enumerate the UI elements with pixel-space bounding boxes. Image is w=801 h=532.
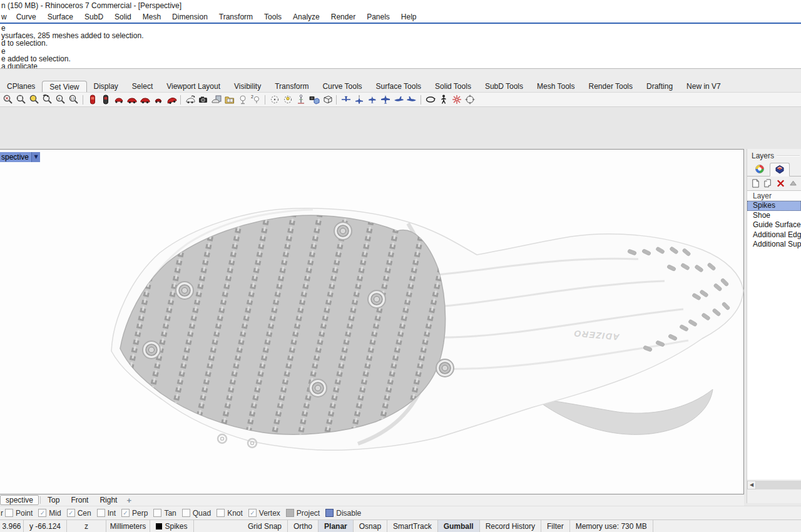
camera-icon[interactable]: [196, 93, 210, 106]
osnap-mid[interactable]: Mid: [38, 509, 61, 518]
osnap-project-checkbox[interactable]: [286, 509, 294, 517]
save-view-icon[interactable]: [210, 93, 223, 106]
osnap-int-checkbox[interactable]: [97, 509, 105, 517]
plane-top-icon[interactable]: [379, 93, 392, 106]
osnap-mid-checkbox[interactable]: [38, 509, 46, 517]
osnap-quad-checkbox[interactable]: [182, 509, 190, 517]
status-pane-millimeters[interactable]: Millimeters: [106, 520, 150, 532]
zoom-1to1-icon[interactable]: 1:1: [67, 93, 80, 106]
car-top-red-icon[interactable]: [86, 93, 99, 106]
toolbar-tab-visibility[interactable]: Visibility: [227, 81, 268, 92]
osnap-cen-checkbox[interactable]: [67, 509, 75, 517]
osnap-project[interactable]: Project: [286, 509, 320, 518]
camera-cube-icon[interactable]: [307, 93, 320, 106]
named-views-icon[interactable]: [223, 93, 236, 106]
lamp-icon[interactable]: [236, 93, 249, 106]
osnap-vertex-checkbox[interactable]: [248, 509, 257, 517]
osnap-tan-checkbox[interactable]: [153, 509, 161, 517]
osnap-quad[interactable]: Quad: [182, 509, 211, 518]
viewport-tab-front[interactable]: Front: [65, 495, 94, 505]
scroll-left-button[interactable]: ◀: [747, 481, 756, 489]
toolbar-tab-subd-tools[interactable]: SubD Tools: [478, 81, 530, 92]
osnap-cen[interactable]: Cen: [67, 509, 91, 518]
toolbar-tab-new-in-v7[interactable]: New in V7: [680, 81, 728, 92]
status-toggle-gumball[interactable]: Gumball: [438, 520, 480, 532]
toolbar-tab-solid-tools[interactable]: Solid Tools: [428, 81, 478, 92]
new-viewport-icon[interactable]: +: [123, 496, 135, 505]
car-front-icon[interactable]: [112, 93, 125, 106]
menu-item-help[interactable]: Help: [395, 11, 422, 23]
copy-layer-icon[interactable]: [763, 178, 773, 189]
toolbar-tab-display[interactable]: Display: [87, 81, 125, 92]
crosshair-icon[interactable]: [463, 93, 476, 106]
signal-pole-icon[interactable]: [294, 93, 307, 106]
viewport-tab-right[interactable]: Right: [94, 495, 123, 505]
osnap-point[interactable]: Point: [5, 509, 33, 518]
status-toggle-ortho[interactable]: Ortho: [288, 520, 319, 532]
layer-row-additional-edges[interactable]: Additional Edges: [747, 230, 801, 240]
target-yellow-icon[interactable]: [281, 93, 294, 106]
viewport-title-label[interactable]: spective: [0, 152, 31, 162]
zoom-extents-icon[interactable]: [1, 93, 14, 106]
menu-item-dimension[interactable]: Dimension: [166, 11, 213, 23]
osnap-perp[interactable]: Perp: [121, 509, 148, 518]
toolbar-tab-transform[interactable]: Transform: [268, 81, 315, 92]
status-pane-z[interactable]: z: [67, 520, 106, 532]
menu-item-surface[interactable]: Surface: [42, 11, 79, 23]
viewport-tab-spective[interactable]: spective: [0, 495, 39, 505]
color-wheel-icon[interactable]: [750, 162, 770, 176]
sun-icon[interactable]: [450, 93, 463, 106]
zoom-inout-icon[interactable]: a: [54, 93, 67, 106]
menu-item-tools[interactable]: Tools: [258, 11, 287, 23]
toolbar-tab-surface-tools[interactable]: Surface Tools: [369, 81, 429, 92]
layer-row-shoe[interactable]: Shoe: [747, 211, 801, 221]
menu-item-solid[interactable]: Solid: [109, 11, 137, 23]
toolbar-tab-select[interactable]: Select: [125, 81, 160, 92]
viewport-title[interactable]: spective ▼: [0, 152, 40, 162]
viewport-tab-top[interactable]: Top: [42, 495, 65, 505]
layers-shield-icon[interactable]: [770, 163, 790, 176]
plane-top-small-icon[interactable]: [365, 93, 379, 106]
toolbar-tab-cplanes[interactable]: CPlanes: [0, 81, 42, 92]
rotate-view-icon[interactable]: [424, 93, 437, 106]
toolbar-tab-viewport-layout[interactable]: Viewport Layout: [160, 81, 227, 92]
car-top-dark-icon[interactable]: [99, 93, 112, 106]
toolbar-tab-curve-tools[interactable]: Curve Tools: [315, 81, 369, 92]
target-dashed-icon[interactable]: [268, 93, 281, 106]
menu-item-render[interactable]: Render: [325, 11, 361, 23]
status-toggle-record-history[interactable]: Record History: [480, 520, 541, 532]
car-three-quarter-icon[interactable]: [165, 93, 178, 106]
walkabout-icon[interactable]: [437, 93, 450, 106]
menu-item-w[interactable]: w: [1, 11, 11, 23]
toolbar-tab-render-tools[interactable]: Render Tools: [582, 81, 640, 92]
new-layer-icon[interactable]: [750, 178, 761, 189]
menu-item-transform[interactable]: Transform: [213, 11, 258, 23]
osnap-disable[interactable]: Disable: [325, 509, 361, 518]
status-toggle-planar[interactable]: Planar: [319, 520, 354, 532]
menu-item-panels[interactable]: Panels: [361, 11, 395, 23]
status-pane-spikes[interactable]: Spikes: [150, 520, 194, 532]
car-side-left-icon[interactable]: [125, 93, 138, 106]
osnap-perp-checkbox[interactable]: [121, 509, 130, 517]
status-toggle-filter[interactable]: Filter: [541, 520, 570, 532]
status-toggle-smarttrack[interactable]: SmartTrack: [387, 520, 438, 532]
status-toggle-memory-use-730-mb[interactable]: Memory use: 730 MB: [570, 520, 653, 532]
osnap-knot[interactable]: Knot: [217, 509, 243, 518]
viewport-title-dropdown[interactable]: ▼: [31, 152, 40, 162]
osnap-disable-checkbox[interactable]: [325, 509, 334, 517]
layers-hscrollbar[interactable]: ◀: [747, 481, 801, 489]
zoom-window-icon[interactable]: [14, 93, 28, 106]
layer-row-spikes[interactable]: Spikes: [747, 201, 801, 211]
toolbar-tab-drafting[interactable]: Drafting: [640, 81, 680, 92]
menu-item-analyze[interactable]: Analyze: [287, 11, 325, 23]
menu-item-curve[interactable]: Curve: [11, 11, 42, 23]
menu-item-mesh[interactable]: Mesh: [137, 11, 166, 23]
car-back-icon[interactable]: [151, 93, 165, 106]
plane-side-flip-icon[interactable]: [405, 93, 418, 106]
wire-cube-icon[interactable]: [320, 93, 334, 106]
move-up-icon[interactable]: [788, 178, 798, 189]
zoom-selected-icon[interactable]: [28, 93, 41, 106]
car-rotate-icon[interactable]: [183, 93, 196, 106]
menu-item-subd[interactable]: SubD: [79, 11, 109, 23]
plane-front-icon[interactable]: [339, 93, 352, 106]
